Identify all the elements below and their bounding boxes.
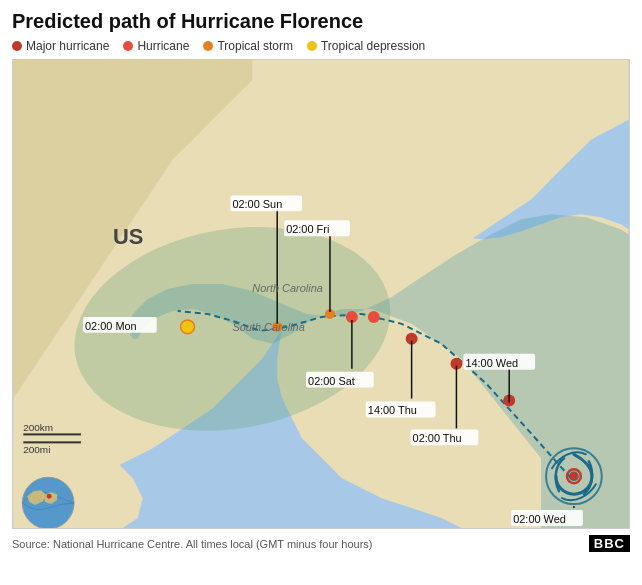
major-dot <box>12 41 22 51</box>
svg-text:14:00 Thu: 14:00 Thu <box>368 404 417 416</box>
svg-point-45 <box>47 494 52 499</box>
legend-item-major: Major hurricane <box>12 39 109 53</box>
svg-text:02:00 Wed: 02:00 Wed <box>513 513 566 525</box>
hurricane-label: Hurricane <box>137 39 189 53</box>
page-title: Predicted path of Hurricane Florence <box>12 10 630 33</box>
footer: Source: National Hurricane Centre. All t… <box>12 531 630 556</box>
bbc-logo: BBC <box>589 535 630 552</box>
svg-rect-40 <box>23 433 81 435</box>
major-label: Major hurricane <box>26 39 109 53</box>
tropical-dot <box>203 41 213 51</box>
depression-dot <box>307 41 317 51</box>
svg-text:US: US <box>113 224 143 249</box>
legend-item-tropical: Tropical storm <box>203 39 293 53</box>
page-container: Predicted path of Hurricane Florence Maj… <box>0 0 642 585</box>
svg-text:North Carolina: North Carolina <box>252 282 323 294</box>
svg-text:200km: 200km <box>23 422 53 433</box>
svg-text:02:00 Sun: 02:00 Sun <box>232 198 282 210</box>
map-svg: US North Carolina South Carolina 02:00 S… <box>13 60 629 528</box>
svg-text:02:00 Fri: 02:00 Fri <box>286 223 329 235</box>
svg-text:02:00 Mon: 02:00 Mon <box>85 320 137 332</box>
svg-text:02:00 Thu: 02:00 Thu <box>413 432 462 444</box>
tropical-label: Tropical storm <box>217 39 293 53</box>
legend: Major hurricane Hurricane Tropical storm… <box>12 39 630 53</box>
svg-text:200mi: 200mi <box>23 444 50 455</box>
svg-text:South Carolina: South Carolina <box>232 321 304 333</box>
svg-text:14:00 Wed: 14:00 Wed <box>465 357 518 369</box>
source-text: Source: National Hurricane Centre. All t… <box>12 538 373 550</box>
hurricane-dot <box>123 41 133 51</box>
map-container: US North Carolina South Carolina 02:00 S… <box>12 59 630 529</box>
svg-point-13 <box>181 320 195 334</box>
svg-rect-41 <box>23 441 81 443</box>
legend-item-hurricane: Hurricane <box>123 39 189 53</box>
legend-item-depression: Tropical depression <box>307 39 425 53</box>
depression-label: Tropical depression <box>321 39 425 53</box>
svg-point-5 <box>570 472 578 480</box>
svg-point-10 <box>368 311 380 323</box>
svg-text:02:00 Sat: 02:00 Sat <box>308 375 355 387</box>
